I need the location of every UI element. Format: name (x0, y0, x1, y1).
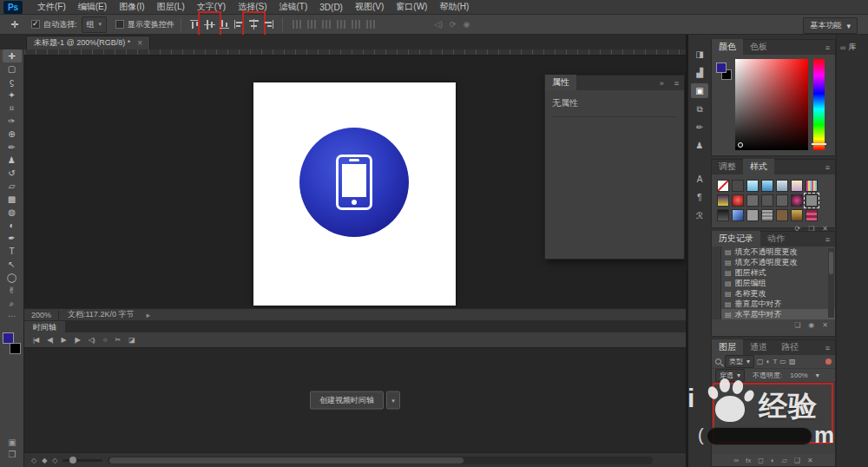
style-swatch[interactable] (791, 209, 803, 221)
filter-shape-layers-icon[interactable]: ▭ (779, 358, 786, 365)
tab-timeline[interactable]: 时间轴 (24, 321, 65, 332)
history-item[interactable]: ▤ 图层样式 (712, 267, 835, 278)
new-snapshot-icon[interactable]: ◉ (808, 321, 814, 329)
style-swatch[interactable] (732, 209, 744, 221)
timeline-zoom-in-icon[interactable]: ◇ (52, 457, 57, 464)
dodge-tool[interactable]: ◐ (3, 219, 22, 232)
tab-color[interactable]: 颜色 (712, 39, 743, 56)
mute-audio-button[interactable]: ◁) (89, 336, 95, 344)
eraser-tool[interactable]: ▱ (3, 180, 22, 193)
distribute-vertical-centers-button[interactable] (305, 18, 318, 30)
tab-paths[interactable]: 路径 (774, 339, 806, 356)
go-to-previous-frame-button[interactable]: ◀| (47, 336, 52, 344)
foreground-color-swatch[interactable] (3, 332, 14, 344)
adjustment-layer-icon[interactable]: ◐ (771, 457, 775, 464)
timeline-dropdown-button[interactable]: ▾ (386, 391, 400, 410)
workspace-switcher[interactable]: 基本功能▾ (803, 17, 858, 34)
align-vertical-centers-button[interactable] (203, 18, 216, 30)
panel-menu-icon[interactable]: ≡ (820, 344, 835, 352)
delete-layer-icon[interactable]: ✕ (807, 457, 813, 464)
align-horizontal-centers-button[interactable] (247, 18, 260, 30)
menu-item[interactable]: 帮助(H) (433, 1, 475, 13)
pen-tool[interactable]: ✒ (3, 232, 22, 245)
filter-pixel-layers-icon[interactable]: ▢ (757, 358, 764, 365)
menu-item[interactable]: 3D(D) (313, 3, 349, 12)
canvas-area[interactable]: 属性 » ≡ 无属性 (24, 49, 686, 308)
brush-settings-panel-icon[interactable]: ✏ (691, 120, 708, 135)
timeline-zoom-out-icon[interactable]: ◇ (31, 457, 36, 464)
history-source-well[interactable] (712, 309, 721, 319)
timeline-zoom-slider[interactable] (62, 459, 102, 462)
menu-item[interactable]: 图像(I) (113, 1, 150, 13)
panel-menu-icon[interactable]: ≡ (820, 235, 835, 244)
gradient-tool[interactable]: ▩ (3, 193, 22, 206)
tab-properties[interactable]: 属性 (545, 75, 576, 91)
timeline-scrollbar[interactable] (108, 457, 653, 464)
distribute-left-edges-button[interactable] (334, 18, 347, 30)
hue-slider[interactable] (813, 59, 825, 150)
split-at-playhead-button[interactable]: ✂ (115, 336, 121, 344)
distribute-horizontal-centers-button[interactable] (349, 18, 362, 30)
style-swatch[interactable] (791, 180, 803, 192)
brush-tool[interactable]: ✏ (3, 141, 22, 154)
panel-menu-icon[interactable]: ≡ (820, 163, 835, 172)
add-layer-mask-icon[interactable]: ◻ (758, 457, 764, 464)
timeline-frame-icon[interactable]: ◆ (42, 457, 47, 464)
history-item[interactable]: ▤ 填充不透明度更改 (712, 257, 835, 267)
filter-smart-objects-icon[interactable]: ▨ (789, 358, 796, 365)
style-swatch[interactable] (717, 194, 729, 207)
distribute-bottom-edges-button[interactable] (319, 18, 332, 30)
style-swatch[interactable] (746, 209, 759, 221)
background-color-swatch[interactable] (10, 343, 21, 354)
marquee-tool[interactable]: ▢ (3, 62, 22, 76)
zoom-level-field[interactable]: 200% (24, 311, 58, 319)
audio-icon[interactable]: ◁) (434, 20, 443, 29)
tab-swatches[interactable]: 色板 (743, 39, 774, 56)
move-tool-indicator[interactable]: ✛ (7, 19, 23, 30)
style-swatch[interactable] (791, 194, 803, 207)
play-button[interactable]: ▶ (61, 336, 65, 344)
artboard[interactable] (253, 82, 456, 306)
style-swatch[interactable] (746, 194, 759, 207)
style-swatch[interactable] (761, 209, 773, 221)
rotate-view-icon[interactable]: ⟳ (450, 20, 457, 29)
history-item[interactable]: ▤ 垂直居中对齐 (712, 299, 835, 309)
healing-brush-tool[interactable]: ⊕ (3, 128, 22, 141)
style-swatch[interactable] (776, 194, 788, 207)
style-swatch[interactable] (746, 180, 759, 192)
color-field[interactable] (735, 59, 808, 150)
new-layer-icon[interactable]: ❏ (794, 457, 800, 464)
history-item[interactable]: ▤ 名称更改 (712, 288, 835, 299)
histogram-panel-icon[interactable]: ▟ (691, 65, 708, 80)
history-source-well[interactable] (712, 267, 721, 278)
foreground-color-swatch[interactable] (716, 62, 727, 73)
transition-button[interactable]: ◪ (128, 336, 135, 344)
tab-libraries[interactable]: ∞ 库 (837, 42, 868, 53)
history-item[interactable]: ▤ 填充不透明度更改 (712, 247, 835, 257)
style-swatch[interactable] (776, 180, 788, 192)
style-swatch[interactable] (732, 180, 744, 192)
style-swatch[interactable] (806, 194, 818, 207)
panel-menu-icon[interactable]: ≡ (669, 79, 684, 88)
auto-select-checkbox[interactable] (31, 20, 40, 29)
style-swatch[interactable] (776, 209, 788, 221)
clone-stamp-tool[interactable]: ♟ (3, 154, 22, 167)
style-swatch[interactable] (806, 180, 818, 192)
quick-mask-button[interactable]: ▣ (0, 437, 24, 450)
style-swatch[interactable] (806, 209, 818, 221)
history-item[interactable]: ▤ 图层编组 (712, 278, 835, 288)
history-brush-tool[interactable]: ↺ (3, 167, 22, 180)
layers-list[interactable] (712, 383, 835, 454)
history-source-well[interactable] (712, 278, 721, 288)
history-source-well[interactable] (712, 288, 721, 299)
tab-styles[interactable]: 样式 (743, 159, 774, 175)
tab-channels[interactable]: 通道 (743, 339, 774, 356)
status-arrow-icon[interactable]: ▸ (146, 311, 150, 319)
align-bottom-edges-button[interactable] (218, 18, 231, 30)
menu-item[interactable]: 滤镜(T) (273, 1, 314, 13)
style-swatch[interactable] (761, 194, 773, 207)
crop-tool[interactable]: ⌗ (3, 102, 22, 115)
panel-menu-icon[interactable]: ≡ (820, 43, 835, 52)
history-source-well[interactable] (712, 299, 721, 309)
quick-selection-tool[interactable]: ✦ (3, 89, 22, 102)
